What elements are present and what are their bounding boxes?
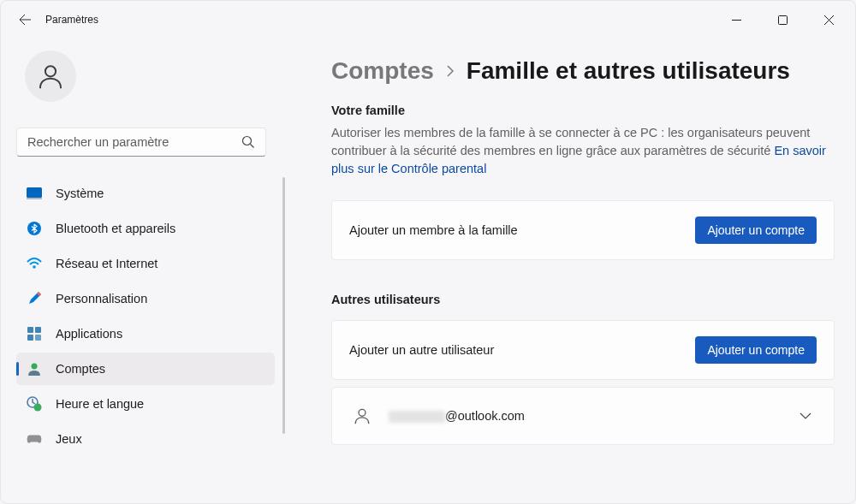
sidebar-item-label: Personnalisation — [56, 292, 147, 305]
chevron-down-icon — [800, 412, 811, 420]
close-icon — [824, 15, 834, 25]
search-box[interactable] — [16, 127, 266, 157]
system-icon — [27, 186, 42, 201]
svg-point-2 — [243, 137, 252, 145]
main-content: Comptes Famille et autres utilisateurs V… — [283, 39, 855, 503]
breadcrumb-current: Famille et autres utilisateurs — [467, 57, 790, 85]
sidebar-item-network[interactable]: Réseau et Internet — [16, 247, 275, 280]
sidebar-item-time-language[interactable]: Heure et langue — [16, 388, 275, 420]
clock-globe-icon — [27, 396, 42, 412]
paintbrush-icon — [27, 291, 42, 306]
gamepad-icon — [27, 431, 42, 447]
svg-rect-10 — [35, 335, 41, 341]
wifi-icon — [27, 256, 42, 271]
search-icon — [241, 135, 255, 149]
add-other-user-card: Ajouter un autre utilisateur Ajouter un … — [331, 320, 835, 380]
svg-rect-9 — [27, 335, 33, 341]
nav-list: Système Bluetooth et appareils Réseau et… — [16, 177, 283, 458]
sidebar-item-personalization[interactable]: Personnalisation — [16, 282, 275, 315]
svg-rect-3 — [27, 187, 42, 198]
svg-point-1 — [45, 66, 56, 76]
user-avatar[interactable] — [25, 50, 76, 102]
expand-button[interactable] — [794, 403, 817, 429]
bluetooth-icon — [27, 221, 42, 236]
search-input[interactable] — [27, 135, 241, 149]
breadcrumb: Comptes Famille et autres utilisateurs — [331, 57, 835, 85]
family-section-title: Votre famille — [331, 104, 835, 117]
svg-rect-7 — [27, 327, 33, 333]
sidebar: Système Bluetooth et appareils Réseau et… — [1, 39, 283, 503]
person-icon — [36, 62, 65, 91]
app-title: Paramètres — [45, 14, 98, 26]
back-button[interactable] — [8, 3, 42, 37]
svg-rect-4 — [27, 198, 42, 199]
sidebar-item-label: Applications — [56, 327, 122, 341]
sidebar-item-label: Système — [56, 187, 104, 200]
window-controls — [716, 6, 848, 33]
svg-rect-0 — [778, 15, 787, 24]
maximize-icon — [778, 15, 788, 25]
sidebar-item-label: Heure et langue — [56, 397, 144, 411]
minimize-icon — [732, 15, 741, 25]
svg-point-11 — [32, 364, 38, 370]
sidebar-item-label: Bluetooth et appareils — [56, 222, 175, 235]
sidebar-item-label: Réseau et Internet — [56, 257, 158, 270]
maximize-button[interactable] — [763, 6, 802, 33]
sidebar-item-accounts[interactable]: Comptes — [16, 353, 275, 385]
add-family-account-button[interactable]: Ajouter un compte — [695, 216, 817, 244]
add-family-label: Ajouter un membre à la famille — [349, 223, 518, 237]
other-user-email: @outlook.com — [389, 409, 525, 423]
other-user-row[interactable]: @outlook.com — [331, 387, 835, 445]
minimize-button[interactable] — [716, 6, 756, 33]
svg-rect-8 — [35, 327, 41, 333]
titlebar: Paramètres — [1, 1, 855, 39]
sidebar-item-label: Jeux — [56, 432, 82, 446]
sidebar-item-gaming[interactable]: Jeux — [16, 423, 275, 455]
apps-icon — [27, 326, 42, 341]
sidebar-item-system[interactable]: Système — [16, 177, 275, 210]
redacted-text — [389, 411, 445, 423]
arrow-left-icon — [18, 13, 32, 27]
family-description: Autoriser les membres de la famille à se… — [331, 124, 835, 178]
close-button[interactable] — [809, 6, 848, 33]
sidebar-item-apps[interactable]: Applications — [16, 317, 275, 350]
sidebar-item-label: Comptes — [56, 362, 105, 376]
person-icon — [349, 403, 375, 429]
svg-point-14 — [359, 409, 366, 416]
chevron-right-icon — [446, 62, 455, 81]
svg-point-6 — [33, 265, 36, 269]
add-other-label: Ajouter un autre utilisateur — [349, 343, 494, 357]
others-section-title: Autres utilisateurs — [331, 293, 835, 306]
add-family-member-card: Ajouter un membre à la famille Ajouter u… — [331, 200, 835, 260]
add-other-account-button[interactable]: Ajouter un compte — [695, 336, 817, 364]
accounts-icon — [27, 361, 42, 377]
sidebar-item-bluetooth[interactable]: Bluetooth et appareils — [16, 212, 275, 245]
breadcrumb-parent[interactable]: Comptes — [331, 57, 434, 85]
svg-point-13 — [34, 404, 42, 412]
